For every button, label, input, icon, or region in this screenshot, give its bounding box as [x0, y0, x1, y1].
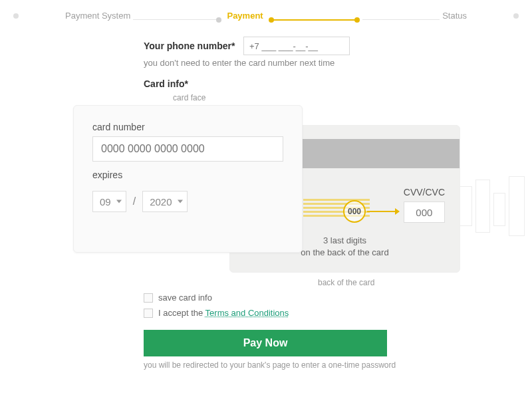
options: save card info I accept the Terms and Co… [144, 293, 532, 318]
pay-now-button[interactable]: Pay Now [144, 330, 387, 356]
accept-terms-prefix: I accept the [158, 308, 205, 318]
step-line-1 [133, 19, 219, 20]
save-card-label: save card info [158, 293, 212, 303]
phone-input[interactable] [243, 37, 350, 55]
card-front: card number expires 09 / 2020 [73, 105, 303, 253]
cvv-label: CVV/CVC [404, 187, 445, 198]
stepper-start-dot [13, 13, 19, 19]
phone-label: Your phone number* [144, 41, 243, 51]
card-number-label: card number [92, 122, 283, 132]
expiry-year-select[interactable]: 2020 [142, 191, 187, 212]
redirect-hint: you will be redirected to your bank's pa… [144, 360, 532, 370]
phone-hint: you don't need to enter the card number … [144, 58, 532, 68]
cvv-highlight-icon: 000 [343, 200, 366, 223]
checkout-stepper: Payment System Payment Status [0, 0, 532, 21]
card-face-caption: card face [173, 93, 205, 102]
accept-terms-checkbox[interactable] [144, 309, 153, 318]
card-back-caption: back of the card [318, 278, 374, 287]
step-status[interactable]: Status [442, 11, 467, 21]
stepper-end-dot [513, 13, 519, 19]
chevron-down-icon [178, 200, 183, 203]
card-info-label: Card info* [144, 78, 532, 89]
cvv-input[interactable] [404, 201, 445, 223]
terms-link[interactable]: Terms and Conditions [205, 308, 289, 318]
card-number-input[interactable] [92, 136, 283, 162]
expiry-separator: / [133, 196, 136, 207]
save-card-checkbox[interactable] [144, 293, 153, 303]
expiry-year-value: 2020 [150, 196, 172, 207]
card-area: card face 000 CVV/CVC 3 last digits on t… [73, 96, 460, 289]
step-line-3 [362, 19, 440, 20]
chevron-down-icon [116, 200, 122, 203]
expires-label: expires [92, 170, 283, 180]
expiry-month-select[interactable]: 09 [92, 191, 126, 212]
step-payment[interactable]: Payment [227, 11, 263, 21]
cvv-arrow-icon [367, 211, 399, 212]
step-payment-system[interactable]: Payment System [65, 11, 130, 21]
step-line-2 [271, 19, 357, 21]
expiry-month-value: 09 [100, 196, 111, 207]
